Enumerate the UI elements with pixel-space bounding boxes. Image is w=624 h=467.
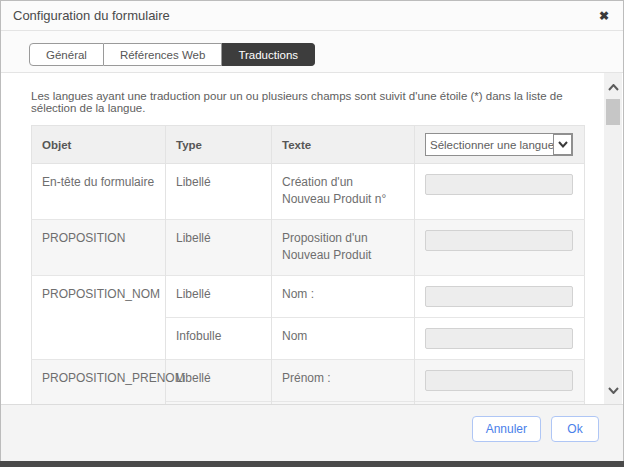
text-cell: Nom : bbox=[272, 275, 415, 317]
text-cell: Création d'un Nouveau Produit n° bbox=[272, 164, 415, 220]
table-header-row: Objet Type Texte Sélectionner une langue… bbox=[32, 126, 585, 164]
tab-strip: Général Références Web Traductions bbox=[1, 31, 623, 73]
translation-input[interactable] bbox=[425, 370, 573, 391]
table-row: PROPOSITIONLibelléProposition d'un Nouve… bbox=[32, 219, 585, 275]
tab-general[interactable]: Général bbox=[29, 43, 104, 66]
text-cell: Prénom : bbox=[272, 359, 415, 401]
column-header-objet: Objet bbox=[32, 126, 166, 164]
text-cell: Proposition d'un Nouveau Produit bbox=[272, 219, 415, 275]
text-cell: Prénom bbox=[272, 401, 415, 404]
translations-panel: Les langues ayant une traduction pour un… bbox=[1, 73, 623, 404]
scroll-up-icon[interactable] bbox=[604, 79, 622, 95]
table-row: PROPOSITION_NOMLibelléNom : bbox=[32, 275, 585, 317]
translation-cell bbox=[415, 275, 585, 317]
column-header-type: Type bbox=[166, 126, 272, 164]
language-select-value: Sélectionner une langue ... bbox=[426, 139, 553, 151]
ok-button[interactable]: Ok bbox=[551, 416, 599, 442]
info-text: Les langues ayant une traduction pour un… bbox=[1, 73, 623, 114]
vertical-scrollbar[interactable] bbox=[604, 73, 622, 404]
type-cell: Libellé bbox=[166, 359, 272, 401]
translation-input[interactable] bbox=[425, 230, 573, 251]
column-header-texte: Texte bbox=[272, 126, 415, 164]
type-cell: Libellé bbox=[166, 275, 272, 317]
language-select[interactable]: Sélectionner une langue ... bbox=[425, 133, 573, 156]
chevron-down-icon[interactable] bbox=[553, 134, 572, 155]
type-cell: Infobulle bbox=[166, 317, 272, 359]
type-cell: Infobulle bbox=[166, 401, 272, 404]
object-cell: PROPOSITION bbox=[32, 219, 166, 275]
scroll-down-icon[interactable] bbox=[604, 382, 622, 398]
close-icon[interactable]: ✖ bbox=[597, 8, 611, 24]
translation-cell bbox=[415, 219, 585, 275]
tab-group: Général Références Web Traductions bbox=[29, 43, 315, 66]
cancel-button[interactable]: Annuler bbox=[472, 416, 541, 442]
object-cell: En-tête du formulaire bbox=[32, 164, 166, 220]
table-row: PROPOSITION_PRENOMLibelléPrénom : bbox=[32, 359, 585, 401]
object-cell: PROPOSITION_PRENOM bbox=[32, 359, 166, 404]
translation-input[interactable] bbox=[425, 328, 573, 349]
form-configuration-dialog: Configuration du formulaire ✖ Général Ré… bbox=[0, 0, 624, 461]
object-cell: PROPOSITION_NOM bbox=[32, 275, 166, 359]
scrollbar-thumb[interactable] bbox=[606, 99, 620, 125]
dialog-footer: Annuler Ok bbox=[1, 404, 623, 461]
dialog-title: Configuration du formulaire bbox=[13, 8, 597, 23]
translation-cell bbox=[415, 401, 585, 404]
table-row: En-tête du formulaireLibelléCréation d'u… bbox=[32, 164, 585, 220]
translation-input[interactable] bbox=[425, 286, 573, 307]
translations-table-body: En-tête du formulaireLibelléCréation d'u… bbox=[32, 164, 585, 405]
translation-input[interactable] bbox=[425, 174, 573, 195]
text-cell: Nom bbox=[272, 317, 415, 359]
type-cell: Libellé bbox=[166, 219, 272, 275]
background-strip bbox=[0, 461, 624, 467]
type-cell: Libellé bbox=[166, 164, 272, 220]
tab-traductions[interactable]: Traductions bbox=[222, 43, 315, 66]
translation-cell bbox=[415, 164, 585, 220]
translations-table: Objet Type Texte Sélectionner une langue… bbox=[31, 125, 585, 404]
tab-references-web[interactable]: Références Web bbox=[104, 43, 222, 66]
dialog-titlebar: Configuration du formulaire ✖ bbox=[1, 1, 623, 31]
translation-cell bbox=[415, 359, 585, 401]
translation-cell bbox=[415, 317, 585, 359]
